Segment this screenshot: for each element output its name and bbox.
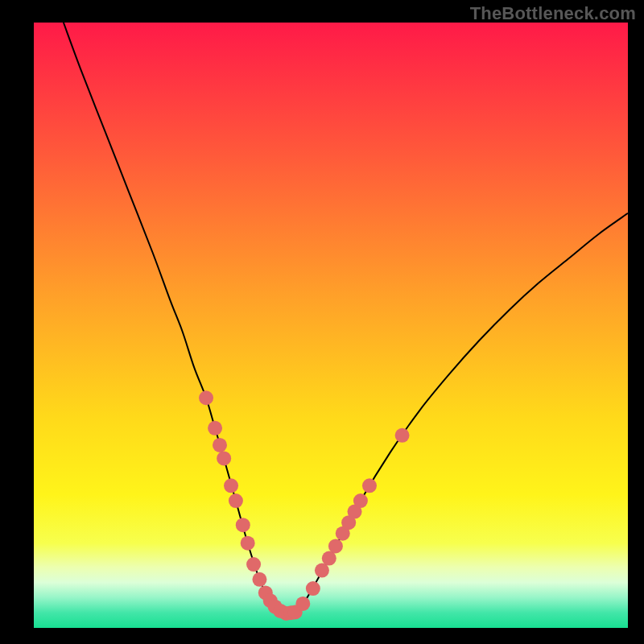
curve-marker — [229, 493, 243, 508]
curve-marker — [224, 478, 238, 493]
curve-marker — [395, 428, 410, 443]
curve-marker — [213, 438, 227, 452]
curve-marker — [246, 557, 261, 572]
curve-marker — [315, 564, 329, 578]
curve-marker — [328, 539, 343, 553]
gradient-background — [34, 23, 628, 628]
curve-marker — [295, 597, 310, 611]
curve-marker — [208, 421, 222, 436]
curve-marker — [362, 478, 377, 493]
chart-frame: TheBottleneck.com — [0, 0, 644, 644]
curve-marker — [252, 572, 266, 587]
plot-svg — [34, 23, 628, 628]
curve-marker — [217, 451, 231, 465]
plot-area — [34, 23, 628, 628]
curve-marker — [306, 581, 320, 596]
curve-marker — [199, 390, 213, 405]
watermark-text: TheBottleneck.com — [470, 3, 636, 24]
curve-marker — [241, 536, 255, 551]
curve-marker — [353, 493, 368, 508]
curve-marker — [236, 518, 250, 532]
